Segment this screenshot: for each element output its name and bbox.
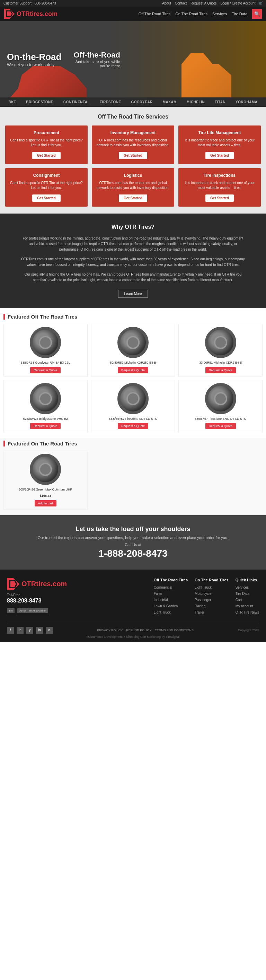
footer-link-services[interactable]: Services [236, 585, 249, 589]
hero-section: On-the-Road We get you to work safely Of… [0, 21, 266, 97]
nav-on-road[interactable]: On The Road Tires [175, 12, 207, 16]
quote-button-0[interactable]: Request a Quote [30, 367, 61, 373]
brand-bkt[interactable]: BKT [8, 100, 16, 104]
tire-card-0: 53/80R63 Goodyear RM-3A E3 2SL Request a… [3, 324, 88, 377]
tire-image-3 [30, 383, 61, 414]
brand-titan[interactable]: TITAN [215, 100, 225, 104]
brand-yokohama[interactable]: YOKOHAMA [236, 100, 257, 104]
footer-link-lawn[interactable]: Lawn & Garden [154, 604, 178, 608]
brand-michelin[interactable]: MICHELIN [187, 100, 205, 104]
nav-off-road[interactable]: Off The Road Tires [139, 12, 171, 16]
footer-logo-icon [7, 578, 19, 590]
footer-col-quick: Quick Links Services Tire Data Cart My a… [236, 578, 259, 616]
footer-policy-links: PRIVACY POLICY REFUND POLICY TERMS AND C… [97, 628, 194, 632]
footer-link-racing[interactable]: Racing [195, 604, 205, 608]
nav-tire-data[interactable]: Tire Data [232, 12, 247, 16]
youtube-icon[interactable]: y [26, 627, 33, 634]
brand-goodyear[interactable]: GOODYEAR [131, 100, 153, 104]
quote-button-3[interactable]: Request a Quote [30, 423, 61, 429]
logistics-get-started-button[interactable]: Get Started [119, 194, 147, 202]
footer-link-lighttruck[interactable]: Light Truck [154, 611, 171, 614]
refund-policy-link[interactable]: REFUND POLICY [126, 628, 151, 632]
add-cart-button-0[interactable]: Add to cart [35, 500, 57, 506]
linkedin-icon[interactable]: in [17, 627, 24, 634]
logo-area[interactable]: OTRtires.com [4, 9, 57, 19]
tire-name-1: 50/80R57 Michelin XDR250 E4 B [94, 361, 172, 365]
service-inspections-title: Tire Inspections [182, 173, 256, 178]
request-quote-link[interactable]: Request A Quote [190, 2, 217, 5]
service-inspections: Tire Inspections It is important to trac… [178, 168, 261, 207]
hero-subtitle-right-2: you're there [73, 64, 120, 68]
footer-link-passenger[interactable]: Passenger [195, 598, 211, 602]
quote-button-4[interactable]: Request a Quote [118, 423, 148, 429]
tire-card-2: 33.00R51 Michelin XDR2 E4 B Request a Qu… [178, 324, 263, 377]
services-title: Off The Road Tire Services [5, 114, 261, 120]
footer: OTRtires.com Toll-Free 888-208-8473 TIA … [0, 570, 266, 642]
inventory-get-started-button[interactable]: Get Started [119, 152, 147, 159]
service-procurement-title: Procurement [10, 130, 84, 135]
footer-link-cart[interactable]: Cart [236, 598, 242, 602]
hero-left-text: On-the-Road We get you to work safely [0, 45, 68, 74]
footer-link-farm[interactable]: Farm [154, 592, 162, 595]
top-links: About Contact Request A Quote Login / Cr… [159, 2, 263, 5]
procurement-get-started-button[interactable]: Get Started [32, 152, 61, 159]
nav-services[interactable]: Services [212, 12, 227, 16]
onroad-tire-price-0: $168.73 [6, 494, 84, 498]
onroad-tires-grid: 305/30R-26 Green Max Optimum UHP $168.73… [3, 451, 263, 509]
inspections-get-started-button[interactable]: Get Started [205, 194, 234, 202]
footer-link-tire-data[interactable]: Tire Data [236, 592, 250, 595]
consignment-get-started-button[interactable]: Get Started [32, 194, 61, 202]
footer-link-motorcycle[interactable]: Motorcycle [195, 592, 211, 595]
brand-strip: BKT BRIDGESTONE CONTINENTAL FIRESTONE GO… [0, 97, 266, 107]
header: OTRtires.com Off The Road Tires On The R… [0, 6, 266, 21]
footer-badges: TIA Atrisa Tire Association [7, 608, 147, 613]
quote-button-2[interactable]: Request a Quote [205, 367, 236, 373]
other-icon[interactable]: o [46, 627, 53, 634]
featured-onroad-section: Featured On The Road Tires 305/30R-26 Gr… [0, 438, 266, 515]
why-para-1: For professionals working in the mining,… [21, 236, 245, 252]
service-consignment-title: Consignment [10, 173, 84, 178]
search-icon: 🔍 [254, 11, 260, 17]
learn-more-link[interactable]: Learn More [118, 290, 147, 298]
service-inspections-desc: It is important to track and protect one… [182, 181, 256, 190]
logo-rest: tires.com [30, 10, 57, 18]
privacy-policy-link[interactable]: PRIVACY POLICY [97, 628, 123, 632]
footer-link-myaccount[interactable]: My account [236, 604, 253, 608]
tire-image-1 [117, 327, 149, 358]
brand-continental[interactable]: CONTINENTAL [63, 100, 90, 104]
about-link[interactable]: About [162, 2, 171, 5]
footer-logo-rest: tires.com [36, 580, 67, 588]
featured-otr-title: Featured Off The Road Tires [3, 314, 263, 320]
footer-link-trailer[interactable]: Trailer [195, 611, 204, 614]
hero-title-right: Off-the-Road [73, 51, 120, 60]
facebook-icon[interactable]: f [7, 627, 14, 634]
footer-col-otr: Off The Road Tires Commercial Farm Indus… [154, 578, 188, 616]
footer-logo: OTRtires.com [7, 578, 147, 590]
why-para-3: Our specialty is finding the OTR tires n… [21, 272, 245, 283]
footer-link-industrial[interactable]: Industrial [154, 598, 168, 602]
footer-link-otr-news[interactable]: OTR Tire News [236, 611, 259, 614]
quote-button-5[interactable]: Request a Quote [205, 423, 236, 429]
terms-link[interactable]: TERMS AND CONDITIONS [155, 628, 194, 632]
footer-tollfree-label: Toll-Free [7, 593, 147, 597]
cta-section: Let us take the load off your shoulders … [0, 515, 266, 570]
hero-title-left: On-the-Road [7, 52, 61, 62]
login-link[interactable]: Login / Create Account [220, 2, 255, 5]
search-button[interactable]: 🔍 [252, 9, 262, 19]
service-logistics-desc: OTRTires.com has the resources and globa… [96, 181, 170, 190]
brand-bridgestone[interactable]: BRIDGESTONE [26, 100, 53, 104]
brand-maxam[interactable]: MAXAM [163, 100, 177, 104]
service-logistics: Logistics OTRTires.com has the resources… [92, 168, 174, 207]
footer-link-commercial[interactable]: Commercial [154, 585, 172, 589]
service-inventory: Inventory Management OTRTires.com has th… [92, 126, 174, 164]
instagram-icon[interactable]: in [36, 627, 43, 634]
cta-call-label: Call Us at [14, 542, 252, 547]
footer-link-lighttruck-on[interactable]: Light Truck [195, 585, 212, 589]
service-tire-life: Tire Life Management It is important to … [178, 126, 261, 164]
brand-firestone[interactable]: FIRESTONE [100, 100, 121, 104]
tire-image-5 [205, 383, 236, 414]
tire-life-get-started-button[interactable]: Get Started [205, 152, 234, 159]
quote-button-1[interactable]: Request a Quote [118, 367, 148, 373]
cart-icon[interactable]: 🛒 [258, 2, 263, 5]
contact-link[interactable]: Contact [175, 2, 187, 5]
